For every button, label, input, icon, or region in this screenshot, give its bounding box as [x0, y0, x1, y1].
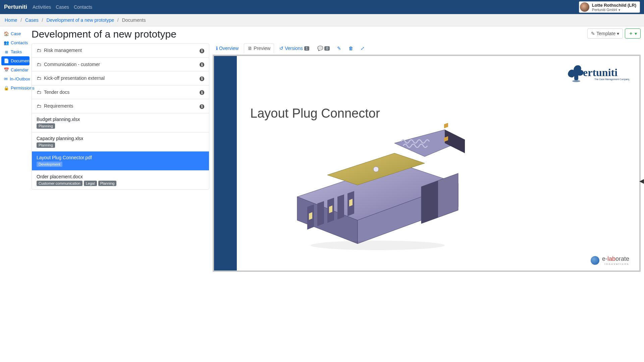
collapse-sidebar-icon[interactable]: ◀ — [639, 177, 644, 185]
file-icon: 🗎 — [248, 46, 252, 51]
caret-down-icon: ▾ — [617, 31, 619, 36]
nav-inoutbox[interactable]: ✉In-/Outbox — [1, 74, 30, 83]
add-button[interactable]: ＋▾ — [625, 28, 641, 39]
mail-icon: ✉ — [4, 76, 8, 81]
info-icon[interactable] — [200, 48, 204, 53]
crumb-home[interactable]: Home — [5, 17, 17, 23]
user-name: Lotte Rothschild (LR) — [592, 3, 636, 8]
info-icon: ℹ — [216, 46, 218, 51]
file-row[interactable]: Order placement.docxCustomer communicati… — [32, 171, 209, 189]
edit-button[interactable]: ✎ — [334, 44, 344, 53]
svg-marker-9 — [445, 130, 465, 153]
svg-text:ertuniti: ertuniti — [583, 66, 618, 78]
fullscreen-button[interactable]: ⤢ — [358, 44, 367, 53]
nav-activities[interactable]: Activities — [33, 4, 51, 10]
page-title: Development of a new prototype — [32, 28, 176, 40]
folder-row[interactable]: 🗀Risk management — [32, 44, 209, 58]
svg-point-22 — [311, 241, 445, 250]
file-row[interactable]: Layout Plug Connector.pdfDevelopment — [32, 152, 209, 171]
folder-name: Communication - customer — [44, 62, 100, 67]
svg-text:The Case Management Company: The Case Management Company — [594, 78, 629, 81]
tab-comments[interactable]: 💬0 — [315, 44, 332, 53]
tag: Customer communication — [37, 181, 83, 186]
versions-badge: 1 — [304, 46, 310, 51]
user-org: Pertuniti GmbH▾ — [592, 8, 636, 12]
caret-down-icon: ▾ — [619, 8, 620, 12]
doc-sideband — [214, 56, 237, 270]
side-nav: 🏠Case 👥Contacts ≣Tasks 📄Documents 📅Calen… — [0, 26, 31, 275]
pencil-icon: ✎ — [337, 46, 341, 51]
folder-icon: 🗀 — [37, 75, 41, 81]
tag: Planning — [37, 142, 55, 148]
svg-marker-19 — [309, 212, 312, 220]
folder-icon: 🗀 — [37, 103, 41, 109]
file-name: Capacity planning.xlsx — [37, 136, 83, 141]
doc-footer-logo: e-laborate innovations — [591, 255, 629, 265]
tag: Development — [37, 162, 62, 167]
nav-contacts-side[interactable]: 👥Contacts — [1, 38, 30, 47]
folder-name: Requirements — [44, 103, 73, 109]
file-row[interactable]: Capacity planning.xlsxPlanning — [32, 132, 209, 152]
preview-tabs: ℹOverview 🗎Preview ↺Versions1 💬0 ✎ 🗑 ⤢ — [213, 43, 641, 53]
nav-case[interactable]: 🏠Case — [1, 29, 30, 38]
svg-marker-11 — [421, 181, 438, 224]
file-name: Budget planning.xlsx — [37, 117, 80, 122]
svg-point-0 — [572, 80, 580, 82]
top-navbar: Pertuniti Activities Cases Contacts Lott… — [0, 0, 644, 14]
folder-row[interactable]: 🗀Tender docs — [32, 85, 209, 100]
tab-preview[interactable]: 🗎Preview — [244, 43, 274, 53]
folder-name: Kick-off presentation external — [44, 75, 105, 81]
folder-icon: 🗀 — [37, 48, 41, 53]
doc-illustration — [277, 123, 468, 250]
folder-row[interactable]: 🗀Kick-off presentation external — [32, 71, 209, 85]
nav-tasks[interactable]: ≣Tasks — [1, 47, 30, 56]
globe-icon — [591, 256, 599, 265]
crumb-case[interactable]: Development of a new prototype — [46, 17, 114, 23]
user-menu[interactable]: Lotte Rothschild (LR) Pertuniti GmbH▾ — [579, 1, 640, 13]
info-icon[interactable] — [200, 75, 204, 81]
document-preview: ertuniti The Case Management Company Lay… — [213, 55, 641, 272]
history-icon: ↺ — [279, 46, 283, 51]
plus-icon: ＋ — [629, 31, 633, 37]
document-list: 🗀Risk management🗀Communication - custome… — [32, 43, 209, 190]
lock-icon: 🔒 — [4, 85, 9, 90]
comment-icon: 💬 — [317, 46, 323, 51]
nav-permissions[interactable]: 🔒Permissions — [1, 83, 30, 93]
tab-overview[interactable]: ℹOverview — [213, 44, 242, 53]
users-icon: 👥 — [4, 40, 9, 45]
nav-calendar[interactable]: 📅Calendar — [1, 65, 30, 74]
tag: Planning — [98, 181, 117, 186]
svg-rect-12 — [444, 123, 448, 128]
folder-name: Risk management — [44, 48, 82, 53]
breadcrumb: Home / Cases / Development of a new prot… — [0, 14, 644, 26]
trash-icon: 🗑 — [348, 46, 353, 51]
crumb-current: Documents — [122, 17, 146, 23]
tag: Planning — [37, 123, 55, 129]
svg-marker-15 — [317, 201, 324, 226]
info-icon[interactable] — [200, 62, 204, 67]
svg-marker-17 — [337, 194, 344, 220]
file-row[interactable]: Budget planning.xlsxPlanning — [32, 113, 209, 132]
brand[interactable]: Pertuniti — [4, 4, 27, 10]
delete-button[interactable]: 🗑 — [346, 44, 356, 53]
template-button[interactable]: ✎Template ▾ — [587, 28, 623, 39]
folder-row[interactable]: 🗀Requirements — [32, 99, 209, 113]
nav-contacts[interactable]: Contacts — [74, 4, 92, 10]
file-name: Layout Plug Connector.pdf — [37, 155, 92, 160]
avatar — [580, 2, 589, 12]
tag: Legal — [84, 181, 97, 186]
nav-documents[interactable]: 📄Documents — [1, 56, 30, 65]
list-icon: ≣ — [4, 49, 9, 54]
folder-row[interactable]: 🗀Communication - customer — [32, 58, 209, 72]
svg-marker-21 — [349, 199, 353, 206]
nav-cases[interactable]: Cases — [56, 4, 69, 10]
crumb-cases[interactable]: Cases — [25, 17, 39, 23]
folder-name: Tender docs — [44, 89, 69, 95]
tab-versions[interactable]: ↺Versions1 — [276, 44, 313, 53]
caret-down-icon: ▾ — [635, 31, 637, 36]
doc-brand-logo: ertuniti The Case Management Company — [562, 60, 629, 83]
calendar-icon: 📅 — [4, 67, 9, 72]
info-icon[interactable] — [200, 103, 204, 109]
info-icon[interactable] — [200, 89, 204, 95]
comments-badge: 0 — [324, 46, 330, 51]
